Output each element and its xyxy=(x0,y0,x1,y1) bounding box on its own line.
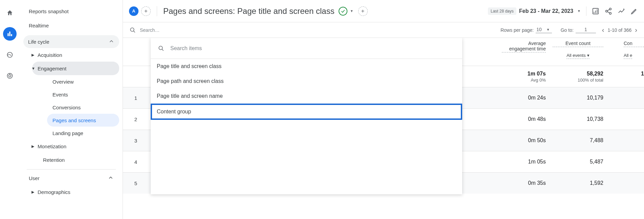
table-toolbar: Search… Rows per page: 10 ▼ Go to: 1 ‹ 1… xyxy=(123,22,644,38)
next-page-button[interactable]: › xyxy=(635,26,637,34)
search-icon xyxy=(130,27,136,33)
sidebar-item-landing-page[interactable]: Landing page xyxy=(47,127,119,139)
dropdown-icon: ▾ xyxy=(587,53,589,58)
chevron-up-icon xyxy=(108,175,114,182)
check-icon[interactable] xyxy=(339,7,347,16)
svg-rect-2 xyxy=(11,34,12,36)
sidebar-item-pages-and-screens[interactable]: Pages and screens xyxy=(47,114,119,127)
main-content: A + Pages and screens: Page title and sc… xyxy=(123,0,644,219)
dropdown-item[interactable]: Page title and screen name xyxy=(151,89,462,104)
dropdown-icon[interactable]: ▼ xyxy=(350,9,353,13)
dropdown-search xyxy=(151,38,462,59)
search-icon xyxy=(158,45,164,51)
chevron-up-icon xyxy=(108,38,114,45)
dropdown-icon: ▼ xyxy=(546,28,550,31)
svg-line-16 xyxy=(162,49,164,51)
dropdown-item[interactable]: Page path and screen class xyxy=(151,74,462,89)
sidebar-item-retention[interactable]: Retention xyxy=(32,153,119,167)
customize-report-icon[interactable] xyxy=(592,7,599,15)
svg-rect-1 xyxy=(9,31,10,36)
svg-line-11 xyxy=(607,9,609,10)
sidebar-item-engagement[interactable]: ▼ Engagement xyxy=(32,62,119,75)
rows-per-page-label: Rows per page: xyxy=(500,27,534,33)
divider xyxy=(27,169,116,170)
col-conversions[interactable]: Con All e xyxy=(624,41,644,59)
reports-sidebar: Reports snapshot Realtime Life cycle ▶ A… xyxy=(19,0,123,219)
insights-icon[interactable] xyxy=(618,7,625,15)
svg-line-14 xyxy=(133,31,135,32)
report-header: A + Pages and screens: Page title and sc… xyxy=(123,0,644,22)
divider xyxy=(157,6,157,16)
sidebar-item-events[interactable]: Events xyxy=(47,88,119,101)
explore-icon[interactable] xyxy=(3,69,17,83)
page-range-label: 1-10 of 366 xyxy=(607,27,631,33)
svg-point-13 xyxy=(130,28,134,31)
svg-point-10 xyxy=(609,12,611,14)
col-event-count[interactable]: Event count All events ▾ xyxy=(553,41,603,59)
home-icon[interactable] xyxy=(3,6,17,20)
sidebar-item-demographics[interactable]: ▶ Demographics xyxy=(32,185,119,199)
svg-point-15 xyxy=(159,46,163,50)
page-title: Pages and screens: Page title and screen… xyxy=(163,6,335,16)
rows-per-page-select[interactable]: 10 ▼ xyxy=(536,27,552,33)
dropdown-search-input[interactable] xyxy=(170,45,455,51)
sidebar-item-overview[interactable]: Overview xyxy=(47,75,119,88)
caret-right-icon: ▶ xyxy=(31,144,37,149)
svg-point-8 xyxy=(609,8,611,10)
date-range-picker[interactable]: Feb 23 - Mar 22, 2023 xyxy=(519,8,573,14)
report-body: Average engagement time Event count All … xyxy=(123,38,644,219)
dropdown-icon[interactable]: ▼ xyxy=(577,9,581,13)
sidebar-item-reports-snapshot[interactable]: Reports snapshot xyxy=(23,4,119,18)
dropdown-item-content-group[interactable]: Content group xyxy=(151,104,462,120)
sidebar-item-conversions[interactable]: Conversions xyxy=(47,101,119,114)
share-icon[interactable] xyxy=(605,7,612,15)
sidebar-section-label: Life cycle xyxy=(28,39,49,45)
pager: ‹ 1-10 of 366 › xyxy=(602,26,637,34)
dimension-dropdown: Page title and screen class Page path an… xyxy=(151,38,462,194)
col-avg-engagement-time[interactable]: Average engagement time xyxy=(502,41,546,52)
go-to-input[interactable]: 1 xyxy=(576,27,596,33)
sidebar-section-life-cycle[interactable]: Life cycle xyxy=(23,35,119,48)
svg-line-12 xyxy=(607,12,609,13)
comparison-chip[interactable]: A xyxy=(129,6,138,16)
advertising-icon[interactable] xyxy=(3,48,17,62)
sidebar-section-user[interactable]: User xyxy=(23,171,119,185)
caret-down-icon: ▼ xyxy=(31,66,37,70)
sidebar-item-monetization[interactable]: ▶ Monetization xyxy=(32,139,119,153)
table-search-input[interactable]: Search… xyxy=(140,27,500,33)
edit-icon[interactable] xyxy=(630,7,638,15)
svg-point-4 xyxy=(8,75,11,77)
left-nav-rail xyxy=(0,0,19,219)
caret-right-icon: ▶ xyxy=(31,53,37,57)
divider xyxy=(586,6,586,16)
caret-right-icon: ▶ xyxy=(31,190,37,194)
prev-page-button[interactable]: ‹ xyxy=(602,26,604,34)
sidebar-item-acquisition[interactable]: ▶ Acquisition xyxy=(32,48,119,62)
period-label: Last 28 days xyxy=(488,7,516,15)
sidebar-item-realtime[interactable]: Realtime xyxy=(23,18,119,32)
svg-point-9 xyxy=(606,10,608,12)
reports-icon[interactable] xyxy=(3,27,17,41)
dropdown-item[interactable]: Page title and screen class xyxy=(151,59,462,74)
add-comparison-button[interactable]: + xyxy=(141,6,151,16)
go-to-label: Go to: xyxy=(561,27,574,33)
svg-rect-0 xyxy=(7,33,8,36)
event-count-filter[interactable]: All events ▾ xyxy=(566,53,589,59)
add-dimension-button[interactable]: + xyxy=(358,6,368,16)
